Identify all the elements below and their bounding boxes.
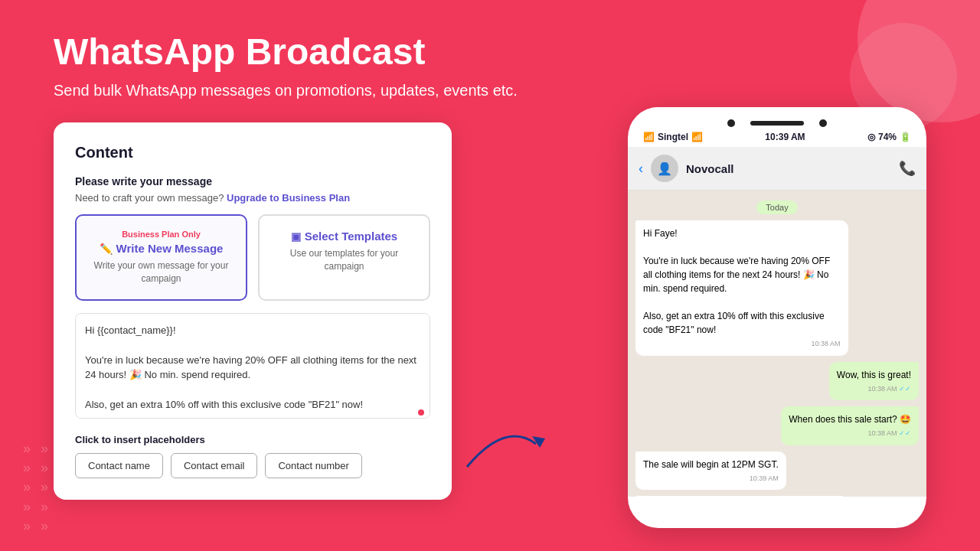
placeholder-contact-name[interactable]: Contact name (75, 453, 163, 478)
message-0: Hi Faye! You're in luck because we're ha… (635, 220, 848, 356)
message-2: When does this sale start? 🤩 10:38 AM ✓✓ (781, 406, 919, 445)
message-3: The sale will begin at 12PM SGT. 10:39 A… (635, 452, 786, 491)
message-label: Please write your message (75, 175, 430, 187)
message-text-2: When does this sale start? 🤩 (789, 412, 911, 426)
option-title-1: ▣ Select Templates (270, 230, 418, 243)
placeholder-contact-number[interactable]: Contact number (265, 453, 362, 478)
upgrade-link[interactable]: Upgrade to Business Plan (227, 192, 350, 204)
front-camera (727, 119, 735, 127)
option-desc-0: Write your own message for your campaign (87, 259, 235, 285)
arrow-decoration (459, 413, 551, 474)
phone-mockup: 📶 Singtel 📶 10:39 AM ◎ 74% 🔋 ‹ 👤 Novocal… (628, 107, 926, 528)
message-time-1: 10:38 AM ✓✓ (837, 384, 911, 395)
carrier-name: Singtel (658, 132, 688, 142)
chat-date: Today (635, 200, 919, 214)
signal-icon: 📶 (643, 132, 655, 142)
call-icon[interactable]: 📞 (899, 160, 916, 177)
pencil-icon: ✏️ (100, 243, 113, 255)
upgrade-text: Need to craft your own message? Upgrade … (75, 192, 430, 204)
battery-level: 74% (878, 132, 897, 142)
card-title: Content (75, 144, 430, 161)
option-badge-0: Business Plan Only (87, 230, 235, 239)
back-button[interactable]: ‹ (639, 161, 643, 177)
page-title: WhatsApp Broadcast (54, 31, 926, 73)
textarea-resize-dot (418, 409, 424, 416)
placeholder-contact-email[interactable]: Contact email (171, 453, 257, 478)
status-bar: 📶 Singtel 📶 10:39 AM ◎ 74% 🔋 (628, 127, 926, 147)
message-text-1: Wow, this is great! (837, 368, 911, 382)
textarea-wrapper: Hi {{contact_name}}! You're in luck beca… (75, 313, 430, 422)
header: WhatsApp Broadcast Send bulk WhatsApp me… (0, 0, 980, 115)
option-cards: Business Plan Only ✏️ Write New Message … (75, 214, 430, 301)
option-select-template[interactable]: ▣ Select Templates Use our templates for… (258, 214, 430, 301)
message-time-2: 10:38 AM ✓✓ (789, 429, 911, 439)
wa-header: ‹ 👤 Novocall 📞 (628, 147, 926, 191)
battery-icon: 🔋 (900, 132, 911, 142)
option-write-new[interactable]: Business Plan Only ✏️ Write New Message … (75, 214, 247, 301)
option-title-0: ✏️ Write New Message (87, 242, 235, 255)
front-sensor (819, 119, 827, 127)
message-textarea[interactable]: Hi {{contact_name}}! You're in luck beca… (75, 313, 430, 419)
message-time-3: 10:39 AM (643, 474, 779, 484)
phone-top (628, 107, 926, 127)
bottom-pattern: » » » » » » » » » » (23, 439, 51, 536)
message-text-3: The sale will begin at 12PM SGT. (643, 458, 779, 471)
read-ticks-1: ✓✓ (899, 385, 911, 393)
phone-time: 10:39 AM (765, 132, 805, 142)
placeholders-label: Click to insert placeholders (75, 434, 430, 445)
placeholder-buttons: Contact name Contact email Contact numbe… (75, 453, 430, 478)
contact-name: Novocall (686, 162, 891, 175)
message-text-0: Hi Faye! You're in luck because we're ha… (643, 227, 841, 337)
status-right: ◎ 74% 🔋 (867, 132, 911, 142)
avatar: 👤 (651, 155, 678, 182)
message-1: Wow, this is great! 10:38 AM ✓✓ (829, 362, 919, 401)
phone-speaker (750, 121, 804, 126)
message-time-0: 10:38 AM (643, 339, 841, 350)
page-subtitle: Send bulk WhatsApp messages on promotion… (54, 82, 926, 99)
content-card: Content Please write your message Need t… (54, 122, 452, 500)
message-4: Do head over to our website and start ad… (635, 496, 848, 497)
location-icon: ◎ (867, 132, 875, 142)
date-badge: Today (756, 201, 797, 214)
phone-section: 📶 Singtel 📶 10:39 AM ◎ 74% 🔋 ‹ 👤 Novocal… (628, 107, 949, 528)
option-desc-1: Use our templates for your campaign (270, 247, 418, 273)
read-ticks-2: ✓✓ (899, 429, 911, 437)
status-left: 📶 Singtel 📶 (643, 132, 703, 142)
template-icon: ▣ (291, 230, 301, 243)
chat-area: Today Hi Faye! You're in luck because we… (628, 191, 926, 497)
wifi-icon: 📶 (691, 132, 703, 142)
